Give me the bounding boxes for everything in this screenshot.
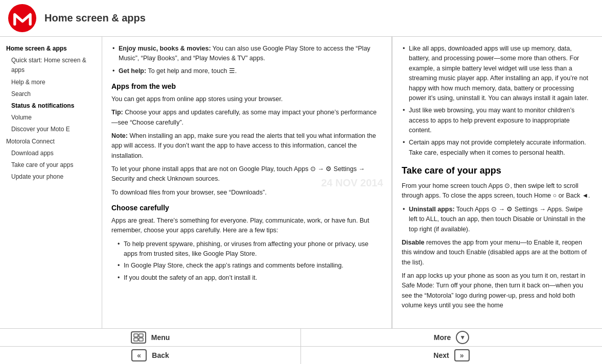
note-text: When installing an app, make sure you re…	[111, 132, 376, 159]
uninstall-bullet: Uninstall apps: Touch Apps ⊙ → ⚙ Setting…	[402, 205, 593, 234]
sub-bullet-1: In Google Play Store, check the app’s ra…	[117, 261, 382, 271]
sidebar-item-volume[interactable]: Volume	[4, 112, 98, 124]
sub-bullet-2: If you doubt the safety of an app, don’t…	[117, 273, 382, 283]
back-label: Back	[152, 351, 169, 359]
next-icon: »	[454, 349, 470, 361]
page-title: Home screen & apps	[44, 12, 146, 24]
right-bullets: Like all apps, downloaded apps will use …	[402, 44, 593, 158]
sidebar: Home screen & apps Quick start: Home scr…	[0, 37, 102, 328]
sub-bullet-0: To help prevent spyware, phishing, or vi…	[117, 239, 382, 259]
sidebar-item-quick-start[interactable]: Quick start: Home screen & apps	[4, 55, 98, 76]
menu-button[interactable]: Menu	[0, 329, 300, 347]
safe-mode-para: If an app locks up your phone as soon as…	[402, 271, 593, 311]
disable-label: Disable	[402, 239, 424, 246]
next-label: Next	[433, 351, 449, 359]
sidebar-item-discover-moto[interactable]: Discover your Moto E	[4, 124, 98, 135]
choose-carefully-heading: Choose carefully	[111, 203, 382, 214]
choose-p1: Apps are great. There’s something for ev…	[111, 216, 382, 236]
disable-text: removes the app from your menu—to Enable…	[402, 239, 587, 266]
right-bullet-2: Certain apps may not provide completely …	[402, 138, 593, 158]
disable-para: Disable removes the app from your menu—t…	[402, 238, 593, 268]
get-help-label: Get help:	[119, 67, 146, 75]
right-bullet-1: Just like web browsing, you may want to …	[402, 106, 593, 135]
take-care-p1: From your home screen touch Apps ⊙, then…	[402, 181, 593, 201]
bullet-get-help: Get help: To get help and more, touch ☰.	[111, 66, 382, 76]
sidebar-item-help-more[interactable]: Help & more	[4, 77, 98, 88]
choose-sub-bullets: To help prevent spyware, phishing, or vi…	[117, 239, 382, 283]
uninstall-bullets: Uninstall apps: Touch Apps ⊙ → ⚙ Setting…	[402, 205, 593, 234]
tip-para: Tip: Choose your apps and updates carefu…	[111, 108, 382, 128]
tip-text: Choose your apps and updates carefully, …	[111, 109, 377, 126]
footer: Menu « Back More ▼ Next »	[0, 328, 602, 364]
svg-rect-0	[134, 334, 138, 337]
header: Home screen & apps	[0, 0, 602, 37]
back-button[interactable]: « Back	[0, 347, 300, 364]
sidebar-item-search[interactable]: Search	[4, 88, 98, 100]
right-bullet-0: Like all apps, downloaded apps will use …	[402, 44, 593, 103]
note-para: Note: When installing an app, make sure …	[111, 131, 382, 161]
sidebar-item-download-apps[interactable]: Download apps	[4, 148, 98, 159]
svg-rect-3	[139, 338, 143, 341]
content-area: 24 NOV 2014 Enjoy music, books & movies:…	[102, 37, 602, 328]
sidebar-item-take-care[interactable]: Take care of your apps	[4, 159, 98, 171]
sidebar-item-home-screen-apps[interactable]: Home screen & apps	[4, 43, 98, 55]
enjoy-music-label: Enjoy music, books & movies:	[119, 45, 211, 52]
security-para: To let your phone install apps that are …	[111, 164, 382, 184]
main-layout: Home screen & apps Quick start: Home scr…	[0, 37, 602, 328]
uninstall-label: Uninstall apps:	[409, 206, 455, 213]
footer-left: Menu « Back	[0, 329, 301, 364]
sidebar-item-status-notifications[interactable]: Status & notifications	[4, 100, 98, 112]
right-column: Like all apps, downloaded apps will use …	[392, 37, 602, 328]
get-help-text: To get help and more, touch ☰.	[146, 67, 237, 75]
next-button[interactable]: Next »	[301, 347, 602, 364]
more-label: More	[434, 333, 451, 342]
note-label: Note:	[111, 132, 128, 139]
bullet-enjoy-music: Enjoy music, books & movies: You can als…	[111, 44, 382, 64]
svg-rect-1	[139, 334, 143, 337]
tip-label: Tip:	[111, 109, 123, 116]
intro-bullets: Enjoy music, books & movies: You can als…	[111, 44, 382, 76]
menu-icon	[131, 331, 146, 344]
take-care-heading: Take care of your apps	[402, 164, 593, 178]
sidebar-item-motorola-connect[interactable]: Motorola Connect	[4, 136, 98, 148]
more-icon: ▼	[456, 331, 469, 344]
sidebar-item-update-phone[interactable]: Update your phone	[4, 171, 98, 183]
apps-from-web-p1: You can get apps from online app stores …	[111, 94, 382, 104]
footer-right: More ▼ Next »	[301, 329, 602, 364]
center-column: Enjoy music, books & movies: You can als…	[102, 37, 392, 328]
downloads-para: To download files from your browser, see…	[111, 188, 382, 198]
back-icon: «	[131, 349, 147, 361]
more-button[interactable]: More ▼	[301, 329, 602, 347]
motorola-logo	[8, 4, 36, 32]
apps-from-web-heading: Apps from the web	[111, 81, 382, 92]
svg-rect-2	[134, 338, 138, 341]
menu-label: Menu	[151, 333, 170, 342]
